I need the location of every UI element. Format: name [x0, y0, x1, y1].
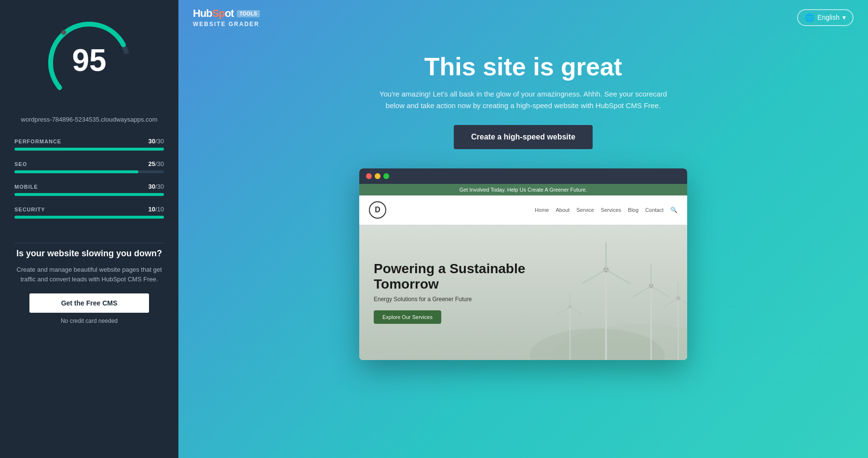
nav-about: About	[556, 207, 570, 213]
hero-subtitle: You're amazing! Let's all bask in the gl…	[374, 88, 673, 111]
browser-hero-section: Powering a Sustainable Tomorrow Energy S…	[359, 225, 687, 360]
svg-line-8	[583, 270, 606, 283]
language-label: English	[817, 14, 840, 21]
browser-dot-red	[366, 173, 372, 179]
metric-bar-fill-security	[14, 216, 164, 219]
browser-mockup: Get Involved Today. Help Us Create A Gre…	[359, 168, 687, 360]
sidebar: 95 wordpress-784896-5234535.cloudwaysapp…	[0, 0, 178, 458]
metric-bar-bg-performance	[14, 148, 164, 151]
metric-bar-fill-performance	[14, 148, 164, 151]
cta-heading: Is your website slowing you down?	[14, 248, 164, 259]
globe-icon: 🌐	[805, 13, 814, 22]
svg-line-24	[570, 307, 582, 314]
metric-row-security: SECURITY 10/10	[14, 206, 164, 219]
metric-bar-fill-seo	[14, 170, 138, 173]
browser-site-header: D Home About Service Services Blog Conta…	[359, 195, 687, 225]
chevron-down-icon: ▾	[842, 14, 846, 21]
metric-bar-fill-mobile	[14, 193, 164, 196]
nav-home: Home	[535, 207, 549, 213]
metric-row-performance: PERFORMANCE 30/30	[14, 138, 164, 151]
create-website-button[interactable]: Create a high-speed website	[454, 125, 593, 149]
metric-bar-bg-security	[14, 216, 164, 219]
metrics-section: PERFORMANCE 30/30 SEO 25/30	[14, 138, 164, 228]
hero-title: This site is great	[374, 53, 673, 81]
svg-line-14	[651, 286, 669, 297]
browser-dot-green	[383, 173, 389, 179]
svg-line-23	[558, 307, 570, 314]
metric-row-seo: SEO 25/30	[14, 160, 164, 173]
browser-dot-yellow	[375, 173, 380, 179]
metric-label-security: SECURITY	[14, 207, 45, 212]
browser-banner: Get Involved Today. Help Us Create A Gre…	[359, 184, 687, 195]
sidebar-cta: Is your website slowing you down? Create…	[14, 243, 164, 324]
turbines-illustration	[507, 225, 687, 360]
metric-label-seo: SEO	[14, 161, 27, 167]
get-free-cms-button[interactable]: Get the Free CMS	[29, 293, 149, 313]
metric-score-security: 10/10	[148, 206, 164, 213]
nav-services: Services	[601, 207, 621, 213]
language-selector[interactable]: 🌐 English ▾	[797, 9, 854, 26]
metric-label-performance: PERFORMANCE	[14, 139, 61, 144]
metric-row-mobile: MOBILE 30/30	[14, 183, 164, 196]
nav-blog: Blog	[628, 207, 638, 213]
explore-services-button[interactable]: Explore Our Services	[374, 310, 441, 324]
svg-line-19	[678, 298, 687, 306]
top-nav: HubSpot TOOLS WEBSITE GRADER 🌐 English ▾	[178, 0, 868, 35]
hero-section: This site is great You're amazing! Let's…	[354, 53, 692, 168]
metric-score-performance: 30/30	[148, 138, 164, 145]
svg-line-18	[665, 298, 678, 306]
metric-score-mobile: 30/30	[148, 183, 164, 190]
browser-nav: Home About Service Services Blog Contact…	[535, 207, 678, 213]
nav-contact: Contact	[645, 207, 664, 213]
hubspot-wordmark: HubSpot	[193, 7, 234, 20]
metric-bar-bg-seo	[14, 170, 164, 173]
score-value: 95	[72, 42, 106, 78]
tools-badge: TOOLS	[237, 10, 260, 17]
svg-line-13	[633, 286, 651, 297]
browser-logo: D	[369, 201, 386, 219]
search-icon: 🔍	[670, 207, 678, 213]
metric-bar-bg-mobile	[14, 193, 164, 196]
browser-chrome-bar	[359, 168, 687, 184]
cta-text: Create and manage beautiful website page…	[14, 265, 164, 284]
metric-score-seo: 25/30	[148, 160, 164, 167]
website-grader-label: WEBSITE GRADER	[193, 21, 259, 28]
cta-note: No credit card needed	[14, 318, 164, 324]
nav-service: Service	[576, 207, 594, 213]
hubspot-logo: HubSpot TOOLS WEBSITE GRADER	[193, 7, 260, 28]
metric-label-mobile: MOBILE	[14, 184, 38, 190]
score-gauge: 95	[41, 14, 137, 111]
main-content: HubSpot TOOLS WEBSITE GRADER 🌐 English ▾…	[178, 0, 868, 458]
svg-line-9	[606, 270, 630, 283]
